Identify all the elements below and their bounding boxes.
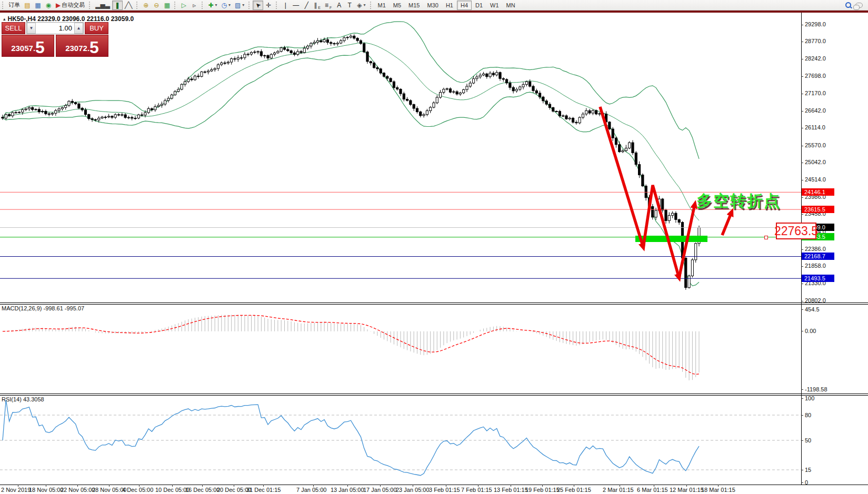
time-tick — [654, 485, 654, 487]
sell-price-pip: 5 — [35, 39, 45, 55]
rsi-indicator-label: RSI(14) 43.3058 — [2, 396, 44, 402]
volume-value[interactable]: 1.00 — [36, 23, 74, 34]
time-tick — [446, 485, 446, 487]
time-tick — [718, 485, 719, 487]
chart-title: ▴ HK50-,H4 22329.0 23096.0 22116.0 23059… — [3, 15, 134, 23]
price-axis-border — [801, 13, 802, 485]
price-tick — [801, 197, 803, 198]
macd-tick — [801, 389, 803, 390]
macd-indicator-label: MACD(12,26,9) -998.61 -995.07 — [2, 305, 84, 311]
price-level-label: 24146.1 — [802, 188, 834, 196]
time-axis-label: 13 Jan 05:00 — [331, 487, 364, 493]
time-axis-label: 18 Mar 01:15 — [701, 487, 735, 493]
time-tick — [542, 485, 543, 487]
price-tick — [801, 25, 803, 25]
price-tick-label: 20802.0 — [805, 297, 826, 304]
panel-divider[interactable] — [0, 394, 868, 394]
time-axis-label: 2 Nov 2019 — [1, 487, 31, 493]
rsi-tick-label: 100 — [805, 395, 814, 401]
price-level-label: 23615.5 — [802, 206, 834, 213]
chart-object-icon: ▴ — [3, 16, 6, 22]
sell-price[interactable]: 23057 . 5 — [2, 35, 54, 57]
rsi-tick — [801, 398, 803, 399]
time-axis-label: 22 Nov 05:00 — [61, 487, 95, 493]
price-level-box[interactable]: 22763.5 — [776, 223, 816, 239]
price-level-label: 21493.5 — [802, 275, 834, 282]
price-level-box-anchor[interactable] — [764, 236, 768, 239]
time-tick — [620, 485, 620, 487]
price-tick — [801, 163, 803, 163]
sell-price-main: 23057 — [11, 42, 33, 55]
macd-tick-label: -1198.58 — [805, 386, 827, 392]
volume-stepper: ▼ 1.00 ▲ — [26, 22, 84, 34]
panel-divider[interactable] — [0, 303, 868, 303]
time-axis-label: 18 Nov 05:00 — [29, 487, 63, 493]
rsi-tick-label: 80 — [805, 412, 811, 418]
price-level-label: 22168.7 — [802, 253, 834, 260]
sell-button[interactable]: SELL — [2, 22, 25, 34]
rsi-tick — [801, 440, 803, 441]
turning-point-annotation: 多空转折点 — [696, 190, 781, 212]
price-tick — [801, 284, 803, 284]
price-tick — [801, 128, 803, 128]
time-axis-label: 25 Feb 01:15 — [557, 487, 591, 493]
time-tick — [109, 485, 109, 487]
time-tick — [347, 485, 348, 487]
price-tick — [801, 42, 803, 42]
time-axis-label: 17 Jan 05:00 — [363, 487, 397, 493]
time-axis-label: 16 Dec 05:00 — [185, 487, 220, 493]
time-tick — [77, 485, 78, 487]
volume-decrease-button[interactable]: ▼ — [27, 23, 36, 34]
time-axis-label: 4 Dec 05:00 — [122, 487, 153, 493]
price-tick-label: 25042.0 — [805, 159, 826, 165]
rsi-tick — [801, 470, 803, 470]
price-tick — [801, 111, 803, 112]
time-axis-label: 6 Mar 01:15 — [637, 487, 668, 493]
time-tick — [313, 485, 314, 487]
rsi-tick — [801, 415, 803, 416]
panel-divider[interactable] — [0, 304, 868, 305]
time-axis-label: 7 Feb 01:15 — [461, 487, 492, 493]
buy-price-pip: 5 — [89, 39, 99, 55]
trading-terminal: 订单▤▦◉▶自动交易▂▅▃❚╱╲⊕⊖▦▷▹✚▾◷▾▨▾➤✛|—╱∥E≡FAT◈▾… — [0, 0, 868, 494]
buy-price[interactable]: 23072 . 5 — [56, 35, 108, 57]
price-tick — [801, 249, 803, 250]
volume-increase-button[interactable]: ▲ — [74, 23, 83, 34]
time-tick — [18, 485, 18, 487]
price-tick — [801, 214, 803, 215]
price-tick-label: 27698.0 — [805, 73, 826, 79]
macd-tick-label: 454.5 — [805, 306, 820, 312]
time-tick — [172, 485, 173, 487]
time-tick — [380, 485, 381, 487]
time-axis-border — [0, 485, 868, 485]
price-tick-label: 27170.0 — [805, 90, 826, 96]
time-axis-label: 13 Feb 01:15 — [494, 487, 528, 493]
price-tick — [801, 59, 803, 59]
time-tick — [574, 485, 574, 487]
price-tick-label: 24514.0 — [805, 176, 826, 183]
time-tick — [478, 485, 478, 487]
macd-tick-label: 0.00 — [805, 328, 816, 334]
time-tick — [511, 485, 511, 487]
rsi-tick-label: 0 — [805, 479, 808, 486]
time-axis-label: 10 Dec 05:00 — [155, 487, 189, 493]
one-click-trade-widget: SELL ▼ 1.00 ▲ BUY 23057 . 5 23072 . 5 — [2, 22, 108, 57]
rsi-tick — [801, 482, 803, 483]
time-tick — [46, 485, 46, 487]
macd-tick — [801, 309, 803, 310]
time-axis-label: 2 Mar 01:15 — [603, 487, 634, 493]
time-tick — [202, 485, 203, 487]
price-tick-label: 22386.0 — [805, 246, 826, 252]
price-tick — [801, 94, 803, 94]
panel-divider[interactable] — [0, 395, 868, 396]
buy-button[interactable]: BUY — [85, 22, 108, 34]
macd-tick — [801, 331, 803, 331]
rsi-tick-label: 50 — [805, 437, 811, 443]
buy-price-main: 23072 — [65, 42, 87, 55]
time-tick — [234, 485, 234, 487]
price-tick-label: 28242.0 — [805, 55, 826, 62]
time-axis-label: 23 Jan 05:00 — [396, 487, 430, 493]
price-tick — [801, 76, 803, 77]
time-tick — [686, 485, 687, 487]
chart-title-text: HK50-,H4 22329.0 23096.0 22116.0 23059.0 — [8, 15, 134, 23]
